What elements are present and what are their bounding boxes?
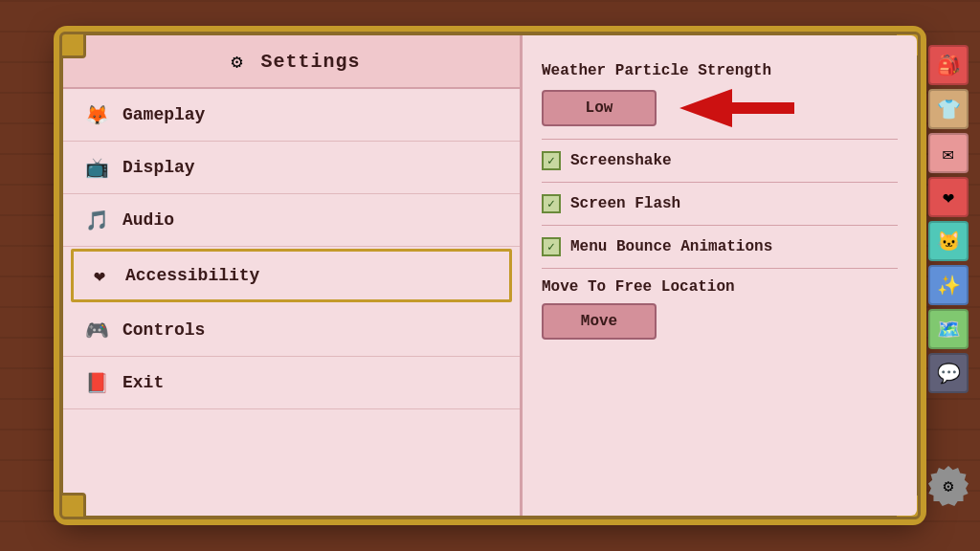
menu-bounce-label: Menu Bounce Animations: [570, 238, 772, 255]
move-button[interactable]: Move: [542, 303, 657, 340]
exit-label: Exit: [122, 373, 164, 392]
svg-marker-0: [679, 89, 794, 127]
arrow-indicator: [679, 87, 794, 129]
menu-bounce-checkbox[interactable]: [542, 237, 561, 256]
accessibility-icon: ❤️: [85, 261, 114, 290]
controls-label: Controls: [122, 320, 205, 340]
right-sidebar: 🎒 👕 ✉️ ❤️ 🐱 ✨ 🗺️ 💬: [928, 45, 969, 393]
settings-book: ⚙ Settings 🦊 Gameplay 📺 Display 🎵 Audio …: [59, 32, 921, 519]
sidebar-item-audio[interactable]: 🎵 Audio: [63, 194, 520, 247]
sidebar-icon-heart[interactable]: ❤️: [928, 177, 969, 217]
sidebar-item-controls[interactable]: 🎮 Controls: [63, 304, 520, 357]
menu-list: 🦊 Gameplay 📺 Display 🎵 Audio ❤️ Accessib…: [63, 89, 520, 516]
sidebar-icon-backpack[interactable]: 🎒: [928, 45, 969, 85]
corner-decoration-tl: [59, 32, 86, 58]
sidebar-item-accessibility[interactable]: ❤️ Accessibility: [71, 249, 512, 302]
left-panel: ⚙ Settings 🦊 Gameplay 📺 Display 🎵 Audio …: [63, 35, 523, 516]
sidebar-item-exit[interactable]: 📕 Exit: [63, 357, 520, 409]
audio-icon: 🎵: [82, 206, 111, 234]
sidebar-icon-cat[interactable]: 🐱: [928, 221, 969, 261]
settings-title: Settings: [260, 51, 360, 73]
sidebar-icon-shirt[interactable]: 👕: [928, 89, 969, 129]
accessibility-label: Accessibility: [125, 266, 259, 285]
sidebar-item-display[interactable]: 📺 Display: [63, 142, 520, 194]
weather-particle-button[interactable]: Low: [542, 90, 657, 126]
move-location-row: Move To Free Location Move: [542, 269, 898, 349]
screen-flash-label: Screen Flash: [570, 195, 680, 212]
sidebar-item-gameplay[interactable]: 🦊 Gameplay: [63, 89, 520, 142]
gameplay-label: Gameplay: [122, 105, 205, 124]
corner-decoration-bl: [59, 493, 86, 519]
sidebar-icon-map[interactable]: 🗺️: [928, 309, 969, 349]
sidebar-icon-mail[interactable]: ✉️: [928, 133, 969, 173]
weather-particle-label: Weather Particle Strength: [542, 62, 898, 79]
gear-icon: ⚙: [222, 47, 251, 76]
audio-label: Audio: [122, 210, 174, 230]
screenshake-label: Screenshake: [570, 152, 672, 169]
sidebar-icon-chat[interactable]: 💬: [928, 353, 969, 393]
display-label: Display: [122, 158, 195, 177]
screenshake-row: Screenshake: [542, 140, 898, 183]
controls-icon: 🎮: [82, 316, 111, 344]
move-location-label: Move To Free Location: [542, 278, 898, 296]
menu-bounce-row: Menu Bounce Animations: [542, 226, 898, 269]
gameplay-icon: 🦊: [82, 100, 111, 129]
left-arrow-icon: [679, 87, 794, 129]
right-panel: Weather Particle Strength Low Screenshak…: [523, 35, 917, 516]
screenshake-checkbox[interactable]: [542, 151, 561, 170]
screen-flash-row: Screen Flash: [542, 183, 898, 226]
exit-icon: 📕: [82, 368, 111, 397]
sidebar-icon-sparkle[interactable]: ✨: [928, 265, 969, 305]
display-icon: 📺: [82, 153, 111, 182]
weather-particle-row: Weather Particle Strength Low: [542, 53, 898, 140]
screen-flash-checkbox[interactable]: [542, 194, 561, 213]
settings-header: ⚙ Settings: [63, 35, 520, 89]
bottom-gear-icon: ⚙: [944, 475, 954, 496]
